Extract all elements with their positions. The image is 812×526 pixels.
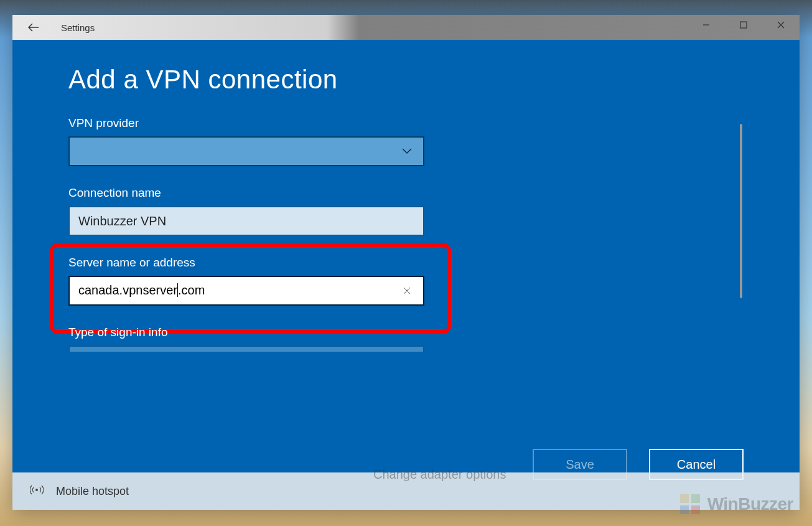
svg-rect-7 bbox=[680, 494, 689, 503]
maximize-button[interactable] bbox=[725, 15, 762, 35]
connection-name-input[interactable]: Winbuzzer VPN bbox=[68, 206, 424, 236]
close-button[interactable] bbox=[762, 15, 800, 35]
window-controls bbox=[688, 15, 800, 40]
connection-name-value: Winbuzzer VPN bbox=[78, 214, 166, 228]
server-address-label: Server name or address bbox=[68, 256, 744, 270]
server-address-input[interactable]: canada.vpnserver.com bbox=[68, 276, 424, 306]
server-address-group: Server name or address canada.vpnserver.… bbox=[68, 256, 744, 306]
modal-title: Add a VPN connection bbox=[68, 65, 744, 95]
minimize-icon bbox=[702, 21, 710, 29]
connection-name-label: Connection name bbox=[68, 186, 744, 200]
back-arrow-icon bbox=[28, 23, 39, 32]
signin-type-group: Type of sign-in info bbox=[68, 326, 744, 352]
svg-rect-8 bbox=[691, 494, 700, 503]
clear-x-icon bbox=[403, 286, 411, 295]
back-button[interactable] bbox=[25, 19, 42, 36]
svg-rect-1 bbox=[740, 22, 747, 28]
connection-name-group: Connection name Winbuzzer VPN bbox=[68, 186, 744, 236]
minimize-button[interactable] bbox=[688, 15, 725, 35]
vpn-modal: Add a VPN connection VPN provider Connec… bbox=[12, 40, 800, 510]
close-icon bbox=[777, 21, 785, 29]
server-address-value: canada.vpnserver.com bbox=[78, 283, 205, 298]
watermark-text: WinBuzzer bbox=[707, 494, 793, 514]
watermark: WinBuzzer bbox=[678, 492, 793, 517]
window-titlebar: Settings bbox=[12, 15, 800, 40]
clear-input-button[interactable] bbox=[396, 279, 418, 302]
svg-rect-9 bbox=[680, 505, 689, 514]
modal-content: Add a VPN connection VPN provider Connec… bbox=[12, 40, 800, 448]
mobile-hotspot-label[interactable]: Mobile hotspot bbox=[56, 485, 129, 498]
window-title: Settings bbox=[61, 22, 95, 33]
scrollbar[interactable] bbox=[740, 124, 742, 298]
svg-point-6 bbox=[35, 489, 38, 491]
signin-type-label: Type of sign-in info bbox=[68, 326, 744, 339]
vpn-provider-group: VPN provider bbox=[68, 116, 744, 166]
svg-rect-10 bbox=[691, 505, 700, 514]
watermark-logo-icon bbox=[678, 492, 702, 517]
maximize-icon bbox=[740, 21, 747, 29]
settings-window: Settings Add a VPN connection VPN provid… bbox=[12, 15, 800, 510]
change-adapter-link[interactable]: Change adapter options bbox=[373, 467, 506, 482]
signin-type-dropdown[interactable] bbox=[68, 345, 424, 352]
vpn-provider-label: VPN provider bbox=[68, 116, 744, 130]
vpn-provider-dropdown[interactable] bbox=[68, 136, 424, 166]
hotspot-icon bbox=[30, 483, 44, 500]
chevron-down-icon bbox=[402, 148, 412, 154]
